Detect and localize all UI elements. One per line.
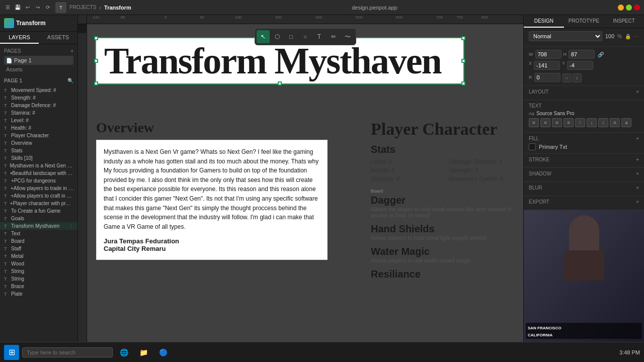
blend-mode-select[interactable]: Normal xyxy=(529,31,602,41)
start-button[interactable]: ⊞ xyxy=(4,345,19,360)
layer-item[interactable]: T +Allow players to trade in game xyxy=(0,185,77,192)
tab-prototype[interactable]: PROTOTYPE xyxy=(564,15,604,28)
layer-item[interactable]: T +Player character with procedural f... xyxy=(0,200,77,207)
align-right-btn[interactable]: ≡ xyxy=(552,118,562,127)
text-section: TEXT Aa Source Sans Pro ≡ ≡ ≡ ≡ ↑ ↓ ↕ A … xyxy=(524,100,644,133)
rect-tool-btn[interactable]: □ xyxy=(285,30,298,43)
add-stroke-btn[interactable]: + xyxy=(636,157,639,162)
save-icon[interactable]: 💾 xyxy=(14,4,21,11)
window-controls[interactable] xyxy=(618,5,640,11)
redo-icon[interactable]: ↪ xyxy=(34,4,41,11)
left-panel: Transform LAYERS ASSETS PAGES + 📄 Page 1… xyxy=(0,15,78,342)
taskbar-search[interactable] xyxy=(22,347,113,357)
layer-item[interactable]: T Transform Mysthaven ⋮ xyxy=(0,222,77,230)
x-input[interactable] xyxy=(534,61,560,70)
layer-item[interactable]: T Wood xyxy=(0,260,77,267)
taskbar-folder-icon[interactable]: 📁 xyxy=(135,345,152,360)
text-style-btn5[interactable]: a xyxy=(621,118,631,127)
layer-item[interactable]: T Text xyxy=(0,230,77,237)
align-center-btn[interactable]: ≡ xyxy=(540,118,550,127)
layer-item[interactable]: T Damage Defence: # xyxy=(0,102,77,109)
window-menu-icons[interactable]: ☰ 💾 ↩ ↪ ⟳ xyxy=(4,4,51,11)
undo-icon[interactable]: ↩ xyxy=(24,4,31,11)
page-item-1[interactable]: 📄 Page 1 xyxy=(4,56,73,65)
layer-item[interactable]: T Strength: # xyxy=(0,94,77,102)
add-fill-btn[interactable]: + xyxy=(636,136,639,141)
layer-item[interactable]: T String xyxy=(0,275,77,283)
layer-label: Health: # xyxy=(11,125,31,131)
add-export-btn[interactable]: + xyxy=(636,199,639,205)
layer-item[interactable]: T Metal xyxy=(0,252,77,260)
y-input[interactable] xyxy=(567,61,593,70)
layer-type-icon: T xyxy=(4,194,9,199)
add-shadow-btn[interactable]: + xyxy=(636,171,639,176)
flip-v-btn[interactable]: ↕ xyxy=(573,73,582,82)
close-button[interactable] xyxy=(634,5,640,11)
curve-tool-btn[interactable]: 〜 xyxy=(341,30,354,43)
layer-item[interactable]: T Goals xyxy=(0,215,77,222)
layer-item[interactable]: T +Allow players to craft in game xyxy=(0,192,77,200)
rotation-input[interactable] xyxy=(534,73,560,82)
add-page-icon[interactable]: + xyxy=(70,48,73,54)
text-style-btn3[interactable]: ↕ xyxy=(598,118,608,127)
vector-tool-btn[interactable]: ⬡ xyxy=(271,30,284,43)
align-justify-btn[interactable]: ≡ xyxy=(564,118,574,127)
canvas-body: ↖ ⬡ □ ○ T ✏ 〜 xyxy=(78,24,523,342)
fill-color-swatch[interactable] xyxy=(529,143,536,150)
more-options-icon[interactable]: ⋯ xyxy=(634,34,639,39)
layer-item[interactable]: T Stats xyxy=(0,147,77,154)
text-tool-btn[interactable]: T xyxy=(313,30,326,43)
fill-color-name: Primary Txt xyxy=(539,144,567,150)
layer-item[interactable]: T Plate xyxy=(0,290,77,298)
panel-app-name: Transform xyxy=(16,20,46,27)
minimize-button[interactable] xyxy=(618,5,624,11)
layer-type-icon: T xyxy=(4,261,9,266)
layer-type-icon: T xyxy=(4,111,9,116)
tab-design[interactable]: DESIGN xyxy=(524,15,564,28)
layer-item[interactable]: T Mysthaven is a Next Gen VR game?... xyxy=(0,162,77,169)
text-style-btn4[interactable]: A xyxy=(610,118,620,127)
layer-item[interactable]: T Brace xyxy=(0,283,77,290)
align-left-btn[interactable]: ≡ xyxy=(529,118,539,127)
layer-item[interactable]: T Player Character xyxy=(0,132,77,139)
layer-item[interactable]: T Staff xyxy=(0,245,77,252)
select-tool-btn[interactable]: ↖ xyxy=(257,30,270,43)
text-style-btn1[interactable]: ↑ xyxy=(575,118,585,127)
layer-item[interactable]: T •Beautiful landscape with lots to... xyxy=(0,169,77,177)
ellipse-tool-btn[interactable]: ○ xyxy=(299,30,312,43)
layer-item[interactable]: T Level: # xyxy=(0,117,77,124)
layer-item[interactable]: T Stamina: # xyxy=(0,109,77,117)
canvas-area[interactable]: -141 -90 0 90 190 300 400 500 600 700 75… xyxy=(78,15,523,342)
tab-assets[interactable]: ASSETS xyxy=(39,32,77,44)
layer-item[interactable]: T To Create a fun Game xyxy=(0,207,77,215)
layer-item[interactable]: T String xyxy=(0,267,77,275)
height-input[interactable] xyxy=(569,50,595,59)
dimensions-section: W H 🔗 X Y R ↔ ↕ xyxy=(524,47,644,86)
tab-inspect[interactable]: INSPECT xyxy=(604,15,644,28)
add-blur-btn[interactable]: + xyxy=(636,185,639,191)
refresh-icon[interactable]: ⟳ xyxy=(44,4,51,11)
add-layout-btn[interactable]: + xyxy=(636,89,639,95)
maximize-button[interactable] xyxy=(626,5,632,11)
layer-item[interactable]: T Overview xyxy=(0,139,77,147)
text-style-btn2[interactable]: ↓ xyxy=(587,118,597,127)
taskbar-edge-icon[interactable]: 🌐 xyxy=(116,345,132,360)
layer-item[interactable]: T Skills [10] xyxy=(0,154,77,162)
canvas-bg[interactable]: ↖ ⬡ □ ○ T ✏ 〜 xyxy=(87,24,523,342)
layer-item[interactable]: T Board xyxy=(0,237,77,245)
taskbar-app-icon[interactable]: 🔵 xyxy=(155,345,172,360)
draw-tool-btn[interactable]: ✏ xyxy=(327,30,340,43)
layers-panel: T Movement Speed: # T Strength: # T Dama… xyxy=(0,84,77,342)
transform-icons: ↔ ↕ xyxy=(562,73,582,82)
flip-h-btn[interactable]: ↔ xyxy=(562,73,572,82)
search-layers-icon[interactable]: 🔍 xyxy=(67,78,73,83)
tab-layers[interactable]: LAYERS xyxy=(0,32,39,44)
layer-item[interactable]: T +PCG for dungeons xyxy=(0,177,77,185)
layer-item[interactable]: T Health: # xyxy=(0,124,77,132)
menu-icon[interactable]: ☰ xyxy=(4,4,11,11)
width-input[interactable] xyxy=(535,50,561,59)
left-tabs: LAYERS ASSETS xyxy=(0,32,77,44)
proportional-lock-icon[interactable]: 🔗 xyxy=(598,52,604,57)
layer-item[interactable]: T Movement Speed: # xyxy=(0,86,77,94)
shields-title: Hand Shields xyxy=(371,223,519,235)
